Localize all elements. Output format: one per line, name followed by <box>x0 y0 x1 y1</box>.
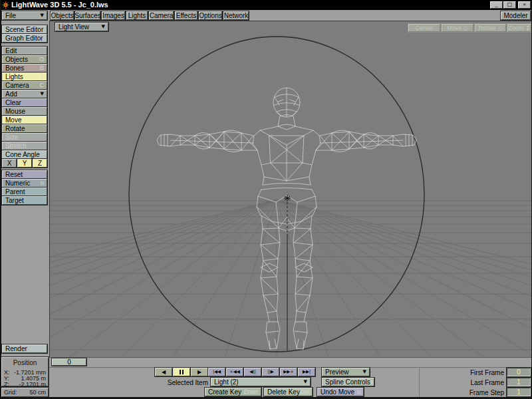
reset-button[interactable]: Reset <box>2 170 47 179</box>
tab-objects[interactable]: Objects <box>51 11 74 20</box>
first-frame-label: First Frame <box>459 369 504 376</box>
frame-step-field[interactable]: 1 <box>507 388 531 396</box>
file-menu-button[interactable]: File▼ <box>2 11 47 20</box>
first-frame-field[interactable]: 0 <box>507 368 531 376</box>
viewport-move-button: Move◇ <box>442 24 473 32</box>
viewport-canvas[interactable]: Light View▼ Center Move◇ Rotate◇ Zoom↕ <box>49 21 532 357</box>
mouse-size-button: Size <box>2 133 47 142</box>
add-menu-button[interactable]: Add▼ <box>2 90 47 98</box>
wireframe-scene <box>50 21 532 357</box>
rotate-diamond-icon: ◇ <box>498 25 503 31</box>
grid-size-row: Grid:50 cm <box>4 389 46 396</box>
spline-controls-button[interactable]: Spline Controlss <box>322 378 374 386</box>
previous-key-button[interactable]: +◀◀ <box>226 368 243 376</box>
mouse-section-header: Mouse <box>2 107 47 116</box>
view-selector-dropdown[interactable]: Light View▼ <box>55 23 108 31</box>
modeler-button[interactable]: Modeler <box>501 11 531 20</box>
frame-slider-track[interactable]: 0 <box>49 357 532 367</box>
app-icon <box>2 1 9 9</box>
clear-button[interactable]: Clear <box>2 98 47 107</box>
mouse-rotate-button[interactable]: Rotate <box>2 124 47 133</box>
chevron-down-icon: ▼ <box>304 378 307 386</box>
play-reverse-button[interactable]: ◀ <box>155 368 172 376</box>
position-z-row: Z:-2.1701 m <box>4 381 46 388</box>
pause-icon <box>179 368 184 376</box>
step-forward-button[interactable]: ||▶ <box>262 368 279 376</box>
preview-dropdown[interactable]: Preview▼ <box>322 368 370 376</box>
grid-size-panel: Grid:50 cm <box>1 388 49 397</box>
mouse-stretch-button: Stretch <box>2 142 47 150</box>
chevron-down-icon: ▼ <box>363 368 366 376</box>
viewport-zoom-button: Zoom↕ <box>507 24 531 32</box>
position-header: Position <box>4 359 46 366</box>
chevron-down-icon: ▼ <box>102 23 105 31</box>
last-frame-field[interactable]: 1 <box>507 378 531 386</box>
render-button[interactable]: Render <box>2 344 47 353</box>
move-diamond-icon: ◇ <box>464 25 468 31</box>
go-to-first-frame-button[interactable]: |◀◀ <box>208 368 225 376</box>
viewport-rotate-button: Rotate◇ <box>475 24 506 32</box>
close-button[interactable]: × <box>518 1 531 9</box>
axis-y-button[interactable]: Y <box>17 159 32 168</box>
create-key-button[interactable]: Create KeyEnter <box>205 388 261 396</box>
edit-lights-button[interactable]: LightsL <box>2 72 47 81</box>
maximize-button[interactable]: □ <box>503 1 516 9</box>
tab-network[interactable]: Network <box>223 11 249 20</box>
tab-camera[interactable]: Camera <box>149 11 174 20</box>
minimize-button[interactable]: _ <box>490 1 503 9</box>
scene-editor-button[interactable]: Scene Editor <box>2 25 47 34</box>
tab-effects[interactable]: Effects <box>175 11 198 20</box>
chevron-down-icon: ▼ <box>41 90 44 98</box>
frame-step-label: Frame Step <box>459 389 504 396</box>
pause-button[interactable] <box>173 368 190 376</box>
selected-item-dropdown[interactable]: Light (2)▼ <box>211 378 311 386</box>
tab-images[interactable]: Images <box>102 11 125 20</box>
step-back-button[interactable]: ◀|| <box>244 368 261 376</box>
frame-slider-knob[interactable]: 0 <box>52 358 86 366</box>
position-panel: Position X:-1.7201 mm Y:1.4075 m Z:-2.17… <box>1 357 49 386</box>
title-bar: LightWave 3D 5.5 - Jc_0.lws _ □ × <box>0 0 532 10</box>
next-key-button[interactable]: ▶▶+ <box>280 368 297 376</box>
edit-section-header: Edit <box>2 47 47 55</box>
chevron-down-icon: ▼ <box>41 12 44 19</box>
tab-surfaces[interactable]: Surfaces <box>75 11 100 20</box>
cone-angle-button[interactable]: Cone Angle <box>2 150 47 159</box>
target-button[interactable]: Target <box>2 196 47 205</box>
edit-camera-button[interactable]: CameraC <box>2 81 47 90</box>
selected-item-label: Selected Item <box>152 379 208 386</box>
light-position-marker <box>284 195 291 350</box>
delete-key-button[interactable]: Delete KeyDel <box>264 388 313 396</box>
mouse-move-button[interactable]: Move <box>2 116 47 124</box>
go-to-last-frame-button[interactable]: ▶▶| <box>298 368 315 376</box>
play-forward-button[interactable]: ▶ <box>191 368 208 376</box>
tab-lights[interactable]: Lights <box>126 11 148 20</box>
frame-settings-divider <box>419 367 420 397</box>
viewport-center-button: Center <box>408 24 440 32</box>
zoom-arrows-icon: ↕ <box>525 25 531 31</box>
axis-z-button[interactable]: Z <box>33 159 47 168</box>
last-frame-label: Last Frame <box>459 379 504 386</box>
edit-objects-button[interactable]: ObjectsO <box>2 55 47 64</box>
window-title: LightWave 3D 5.5 - Jc_0.lws <box>11 1 108 9</box>
parent-button[interactable]: Parent <box>2 188 47 196</box>
numeric-button[interactable]: Numericn <box>2 179 47 188</box>
edit-bones-button[interactable]: BonesB <box>2 64 47 72</box>
graph-editor-button[interactable]: Graph Editor <box>2 34 47 43</box>
axis-x-button[interactable]: X <box>2 159 17 168</box>
undo-move-button[interactable]: Undo Moveu <box>317 388 364 396</box>
tab-options[interactable]: Options <box>199 11 222 20</box>
